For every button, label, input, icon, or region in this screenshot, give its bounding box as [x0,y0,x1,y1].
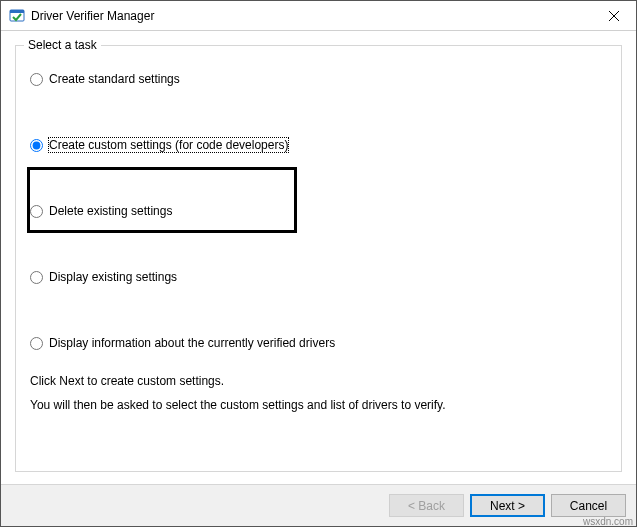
back-button: < Back [389,494,464,517]
instruction-line-2: You will then be asked to select the cus… [30,398,607,412]
close-button[interactable] [591,1,636,30]
radio-create-standard-input[interactable] [30,73,43,86]
radio-create-standard[interactable]: Create standard settings [30,70,607,88]
task-options: Create standard settings Create custom s… [30,70,607,374]
radio-display-info[interactable]: Display information about the currently … [30,334,607,352]
radio-delete-existing-input[interactable] [30,205,43,218]
instruction-line-1: Click Next to create custom settings. [30,374,607,388]
dialog-body: Select a task Create standard settings C… [1,31,636,484]
cancel-button[interactable]: Cancel [551,494,626,517]
window: Driver Verifier Manager Select a task Cr… [0,0,637,527]
radio-create-custom[interactable]: Create custom settings (for code develop… [30,136,607,154]
radio-display-existing-input[interactable] [30,271,43,284]
radio-display-info-label: Display information about the currently … [49,336,335,350]
close-icon [609,11,619,21]
radio-create-custom-label: Create custom settings (for code develop… [49,138,288,152]
app-icon [9,8,25,24]
next-button[interactable]: Next > [470,494,545,517]
radio-delete-existing-label: Delete existing settings [49,204,172,218]
window-title: Driver Verifier Manager [31,9,591,23]
button-bar: < Back Next > Cancel [1,484,636,526]
group-title: Select a task [24,38,101,52]
svg-rect-1 [10,10,24,13]
radio-display-info-input[interactable] [30,337,43,350]
radio-display-existing-label: Display existing settings [49,270,177,284]
titlebar: Driver Verifier Manager [1,1,636,31]
radio-create-standard-label: Create standard settings [49,72,180,86]
radio-delete-existing[interactable]: Delete existing settings [30,202,607,220]
task-group: Select a task Create standard settings C… [15,45,622,472]
radio-display-existing[interactable]: Display existing settings [30,268,607,286]
radio-create-custom-input[interactable] [30,139,43,152]
